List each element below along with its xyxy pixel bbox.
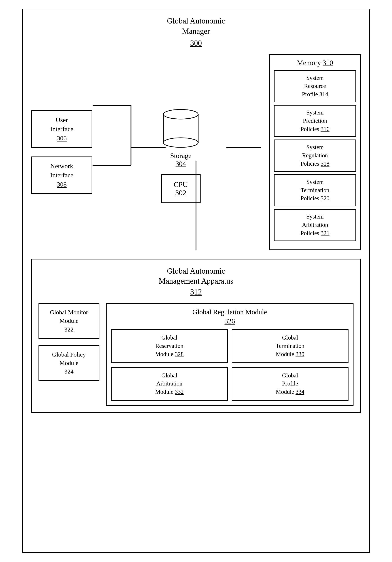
user-interface-label: UserInterface — [50, 116, 73, 133]
profile-num: 334 — [296, 388, 305, 395]
storage-number: 304 — [175, 160, 186, 168]
prediction-policies-num: 316 — [321, 126, 330, 132]
global-arbitration-module-box: GlobalArbitrationModule 332 — [111, 367, 228, 401]
system-termination-policies-box: SystemTerminationPolicies 320 — [274, 174, 356, 206]
system-prediction-policies-box: SystemPredictionPolicies 316 — [274, 105, 356, 137]
global-monitor-num: 322 — [43, 325, 95, 334]
cpu-box: CPU 302 — [161, 174, 201, 203]
global-termination-module-box: GlobalTerminationModule 330 — [232, 329, 348, 363]
resource-profile-num: 314 — [319, 91, 328, 97]
outer-title-line1: Global Autonomic — [167, 17, 225, 25]
cpu-block: CPU 302 — [161, 174, 201, 203]
cpu-number: 302 — [173, 189, 188, 197]
right-column: Memory 310 SystemResourceProfile 314 Sys… — [269, 54, 361, 250]
outer-container: Global Autonomic Manager 300 — [22, 9, 370, 553]
system-arbitration-policies-box: SystemArbitrationPolicies 321 — [274, 209, 356, 241]
regulation-container: Global Regulation Module 326 GlobalReser… — [106, 303, 354, 406]
user-interface-number: 306 — [36, 134, 88, 143]
memory-number: 310 — [323, 59, 333, 67]
outer-title-number: 300 — [190, 38, 202, 48]
global-reservation-module-box: GlobalReservationModule 328 — [111, 329, 228, 363]
system-resource-profile-box: SystemResourceProfile 314 — [274, 70, 356, 102]
bottom-title-number: 312 — [38, 287, 354, 296]
storage-block: Storage 304 — [161, 101, 200, 168]
left-column: UserInterface 306 NetworkInterface 308 — [31, 54, 92, 250]
global-profile-module-box: GlobalProfileModule 334 — [232, 367, 348, 401]
network-interface-label: NetworkInterface — [50, 162, 73, 179]
arbitration-num: 332 — [175, 388, 184, 395]
outer-title: Global Autonomic Manager — [167, 16, 225, 36]
regulation-policies-num: 318 — [321, 160, 330, 167]
reservation-num: 328 — [175, 351, 184, 357]
cpu-label: CPU — [173, 180, 188, 188]
bottom-section: Global Autonomic Management Apparatus 31… — [31, 259, 361, 413]
global-policy-module-box: Global PolicyModule 324 — [38, 345, 99, 381]
storage-label: Storage — [170, 152, 191, 160]
regulation-grid: GlobalReservationModule 328 GlobalTermin… — [111, 329, 348, 401]
svg-point-9 — [163, 109, 198, 119]
network-interface-number: 308 — [36, 180, 88, 189]
top-section: UserInterface 306 NetworkInterface 308 — [31, 54, 361, 250]
user-interface-box: UserInterface 306 — [31, 110, 92, 148]
termination-policies-num: 320 — [321, 195, 330, 201]
bottom-inner: Global MonitorModule 322 Global PolicyMo… — [38, 303, 354, 406]
network-interface-box: NetworkInterface 308 — [31, 156, 92, 194]
outer-title-line2: Manager — [182, 27, 210, 35]
regulation-title: Global Regulation Module — [111, 308, 348, 316]
termination-num: 330 — [296, 351, 305, 357]
global-monitor-module-box: Global MonitorModule 322 — [38, 303, 99, 339]
system-regulation-policies-box: SystemRegulationPolicies 318 — [274, 140, 356, 172]
memory-container: Memory 310 SystemResourceProfile 314 Sys… — [269, 54, 361, 250]
global-policy-num: 324 — [43, 367, 95, 376]
left-modules: Global MonitorModule 322 Global PolicyMo… — [38, 303, 99, 406]
regulation-number: 326 — [111, 317, 348, 325]
center-column: Storage 304 CPU 302 — [92, 54, 269, 250]
svg-point-8 — [163, 138, 198, 147]
bottom-title: Global Autonomic Management Apparatus — [38, 266, 354, 286]
storage-cylinder-svg — [161, 101, 200, 149]
memory-title: Memory 310 — [274, 59, 356, 67]
arbitration-policies-num: 321 — [321, 230, 330, 236]
